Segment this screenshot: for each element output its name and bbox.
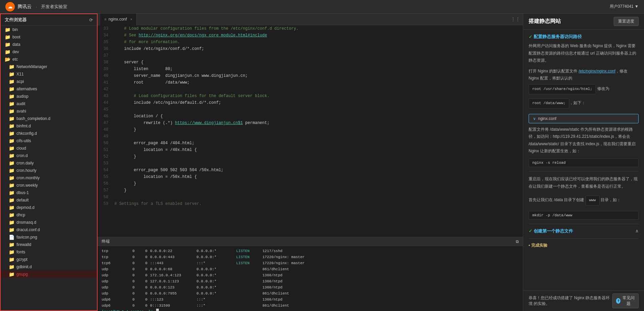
sidebar-item-depmod[interactable]: 📁 depmod.d — [1, 204, 97, 211]
sidebar-item-data[interactable]: 📁 data — [1, 41, 97, 48]
help-icon: ? — [616, 298, 620, 304]
line-content: listen 80; — [112, 66, 173, 72]
sidebar-item-bash-completion[interactable]: 📁 bash_completion.d — [1, 115, 97, 122]
sidebar-item-dev[interactable]: 📁 dev — [1, 48, 97, 56]
editor-tab-bar: ≡ nginx.conf × ⋮⋮ — [98, 13, 523, 25]
line-number: 35 — [98, 39, 112, 45]
sidebar-item-favicon[interactable]: 📄 favicon.png — [1, 234, 97, 241]
section1-title: ✓ 配置静态服务器访问路径 — [529, 34, 639, 40]
sidebar-item-acpi[interactable]: 📁 acpi — [1, 78, 97, 85]
line-content: # for more information. — [112, 39, 180, 45]
sidebar-item-label: chkconfig.d — [16, 131, 37, 136]
code-content-area[interactable]: 33 # Load modular configuration files fr… — [98, 25, 523, 237]
line-number: 51 — [98, 147, 112, 153]
t-send: 0 — [137, 266, 147, 272]
code-line-37: 37 — [98, 52, 523, 59]
sidebar-item-cifs[interactable]: 📁 cifs-utils — [1, 137, 97, 145]
code-line-35: 35 # for more information. — [98, 39, 523, 45]
sidebar-item-bin[interactable]: 📁 bin — [1, 26, 97, 33]
sidebar-item-cloud[interactable]: 📁 cloud — [1, 145, 97, 152]
t-send: 0 — [137, 284, 147, 290]
code-line-42: 42 — [98, 86, 523, 93]
sidebar-item-label: audisp — [16, 94, 28, 99]
line-number: 45 — [98, 106, 112, 113]
tab-close-button[interactable]: × — [130, 18, 132, 21]
sidebar-item-crondaily[interactable]: 📁 cron.daily — [1, 159, 97, 167]
sidebar-item-networkmanager[interactable]: 📁 NetworkManager — [1, 63, 97, 70]
sidebar-item-label: X11 — [16, 72, 24, 76]
sidebar-item-firewalld[interactable]: 📁 firewalld — [1, 241, 97, 248]
split-editor-icon[interactable]: ⋮⋮ — [511, 17, 520, 22]
right-panel-header: 搭建静态网站 重置进度 — [523, 13, 644, 30]
sidebar-item-audisp[interactable]: 📁 audisp — [1, 93, 97, 100]
sidebar-item-dnsmasq[interactable]: 📁 dnsmasq.d — [1, 219, 97, 226]
sidebar-item-gnupg[interactable]: 📁 gnupg — [1, 271, 97, 278]
nginx-conf-block[interactable]: ∨ nginx.conf — [529, 114, 639, 123]
sidebar-item-gcrypt[interactable]: 📁 gcrypt — [1, 256, 97, 263]
help-button[interactable]: ? 常见问题 — [612, 293, 639, 308]
t-recv: 0 — [124, 284, 135, 290]
code-line-41: 41 root /data/www; — [98, 79, 523, 86]
divider2 — [529, 224, 639, 224]
t-recv: 0 — [124, 278, 135, 284]
sidebar-item-cronhourly[interactable]: 📁 cron.hourly — [1, 167, 97, 174]
sidebar-item-label: binfmt.d — [16, 124, 31, 128]
line-content: } — [112, 126, 136, 133]
t-foreign: 0.0.0.0:* — [196, 278, 234, 284]
sidebar-item-label: gnupg — [16, 272, 28, 277]
terminal-row: udp6 0 0 0:::31599 :::* 861/dhclient — [102, 303, 519, 309]
folder-icon: 📁 — [9, 227, 14, 232]
reset-button[interactable]: 重置进度 — [614, 17, 639, 26]
refresh-icon[interactable]: ⟳ — [89, 18, 93, 23]
line-content: location / { — [112, 113, 163, 120]
code-line-55: 55 location = /50x.html { — [98, 174, 523, 180]
t-proto: udp — [102, 272, 122, 278]
sidebar-item-alternatives[interactable]: 📁 alternatives — [1, 85, 97, 93]
line-number: 59 — [98, 200, 112, 207]
folder-icon: 📁 — [9, 257, 14, 262]
terminal-content[interactable]: tcp 0 0 0.0.0.0:22 0.0.0.0:* LISTEN 1217… — [98, 246, 523, 311]
nginx-conf-link[interactable]: /etc/nginx/nginx.conf — [579, 69, 615, 73]
terminal-copy-icon[interactable]: ⧉ — [516, 239, 519, 244]
sidebar-item-x11[interactable]: 📁 X11 — [1, 70, 97, 78]
folder-icon: 📁 — [9, 108, 14, 114]
sidebar-item-cronmonthly[interactable]: 📁 cron.monthly — [1, 174, 97, 182]
line-number: 48 — [98, 126, 112, 133]
code-www: www — [585, 195, 600, 206]
sidebar-item-label: dhcp — [16, 213, 25, 217]
code-line-50: 50 error_page 404 /404.html; — [98, 140, 523, 147]
line-number: 40 — [98, 72, 112, 79]
sidebar-item-audit[interactable]: 📁 audit — [1, 100, 97, 107]
sidebar-item-etc[interactable]: 📂 etc — [1, 56, 97, 63]
line-number: 46 — [98, 113, 112, 120]
folder-open-icon: 📂 — [5, 57, 10, 62]
sidebar-item-dbus[interactable]: 📁 dbus-1 — [1, 189, 97, 196]
sidebar-item-boot[interactable]: 📁 boot — [1, 33, 97, 41]
chevron-down-icon: ∨ — [533, 116, 536, 121]
sidebar-item-cronweekly[interactable]: 📁 cron.weekly — [1, 182, 97, 189]
sidebar-item-label: cron.hourly — [16, 168, 36, 173]
tab-nginx-conf[interactable]: ≡ nginx.conf × — [100, 13, 137, 25]
sidebar-item-crond[interactable]: 📁 cron.d — [1, 152, 97, 159]
sidebar-item-binfmt[interactable]: 📁 binfmt.d — [1, 122, 97, 130]
sidebar-item-label: gdbinit.d — [16, 265, 32, 269]
sidebar-item-dhcp[interactable]: 📁 dhcp — [1, 211, 97, 219]
t-pid: 861/dhclient — [262, 303, 313, 309]
folder-icon: 📁 — [9, 272, 14, 277]
sidebar-item-chkconfig[interactable]: 📁 chkconfig.d — [1, 130, 97, 137]
sidebar-item-fonts[interactable]: 📁 fonts — [1, 248, 97, 256]
chevron-up-icon[interactable]: ∧ — [635, 228, 639, 234]
sidebar-item-dracut[interactable]: 📁 dracut.conf.d — [1, 226, 97, 234]
line-content — [112, 160, 117, 167]
sidebar-item-label: avahi — [16, 109, 26, 114]
folder-icon: 📁 — [9, 116, 14, 121]
code-line-56: 56 } — [98, 180, 523, 187]
code-line-59: 59 # Settings for a TLS enabled server. — [98, 200, 523, 207]
sidebar-item-default[interactable]: 📁 default — [1, 196, 97, 204]
sidebar-item-gdbinit[interactable]: 📁 gdbinit.d — [1, 263, 97, 271]
sidebar-header: 文件浏览器 ⟳ — [1, 14, 97, 26]
user-info[interactable]: 用户3774041 ▼ — [610, 4, 639, 9]
line-number: 39 — [98, 66, 112, 72]
sidebar-item-avahi[interactable]: 📁 avahi — [1, 107, 97, 115]
t-pid: 1360/ntpd — [262, 272, 313, 278]
